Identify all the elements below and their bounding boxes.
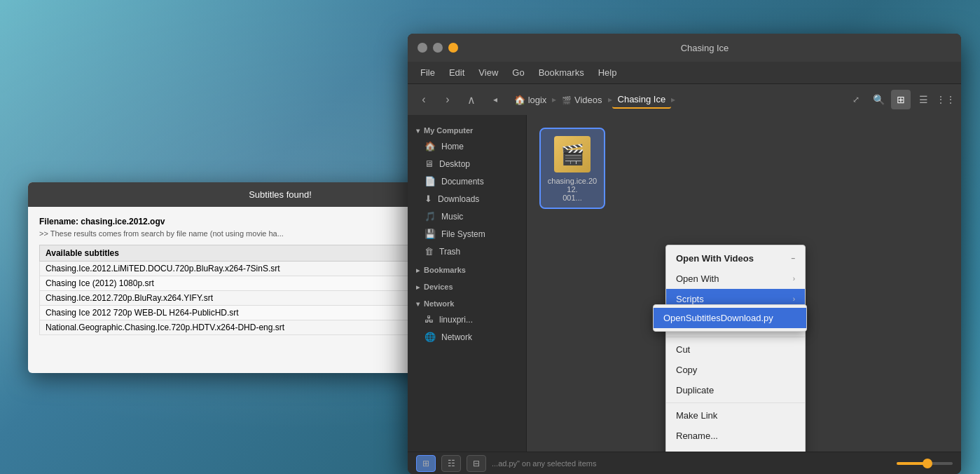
sm-label: OpenSubtitlesDownload.py xyxy=(663,313,773,323)
status-bar: ⊞ ☷ ⊟ ...ad.py" on any selected items xyxy=(408,452,961,474)
sidebar-section-mycomputer[interactable]: ▾ My Computer xyxy=(408,121,526,137)
cm-label: Rename... xyxy=(676,431,718,441)
menu-file[interactable]: File xyxy=(413,65,442,81)
sidebar-item-music[interactable]: 🎵 Music xyxy=(410,208,523,225)
cm-label: Make Link xyxy=(676,410,717,421)
back-button[interactable]: ‹ xyxy=(413,89,434,110)
cm-copy-to[interactable]: Copy to › xyxy=(666,446,805,452)
sidebar-item-downloads[interactable]: ⬇ Downloads xyxy=(410,190,523,208)
cm-cut[interactable]: Cut xyxy=(666,339,805,360)
sidebar-item-desktop[interactable]: 🖥 Desktop xyxy=(410,155,523,172)
file-thumbnail xyxy=(553,135,592,174)
home-icon: 🏠 xyxy=(514,95,525,105)
sidebar-item-home[interactable]: 🏠 Home xyxy=(410,137,523,155)
menu-go[interactable]: Go xyxy=(505,65,531,81)
sidebar-item-documents[interactable]: 📄 Documents xyxy=(410,172,523,190)
cm-rename[interactable]: Rename... xyxy=(666,426,805,446)
cm-copy[interactable]: Copy xyxy=(666,360,805,380)
chevron-right-icon: › xyxy=(793,275,795,283)
breadcrumb-videos[interactable]: 🎬 Videos xyxy=(556,92,607,108)
sidebar-item-trash[interactable]: 🗑 Trash xyxy=(410,243,523,260)
menu-edit[interactable]: Edit xyxy=(442,65,471,81)
chevron-right-scripts-icon: › xyxy=(793,295,795,303)
close-button[interactable] xyxy=(448,43,458,53)
minimize-button[interactable] xyxy=(417,43,427,53)
cm-sep-3 xyxy=(666,402,805,403)
breadcrumb: 🏠 logix ▸ 🎬 Videos ▸ Chasing Ice ▸ xyxy=(509,91,843,109)
sidebar-item-network[interactable]: 🌐 Network xyxy=(410,328,523,346)
network-host-icon: 🖧 xyxy=(425,314,434,325)
cm-label: Scripts xyxy=(676,294,704,304)
cm-label: Open With xyxy=(676,273,719,284)
grid-view-button[interactable]: ⊞ xyxy=(891,90,911,109)
cm-duplicate[interactable]: Duplicate xyxy=(666,380,805,400)
menubar: File Edit View Go Bookmarks Help xyxy=(408,62,961,84)
cm-sep-2 xyxy=(666,337,805,337)
expand-arrow-bookmarks-icon: ▸ xyxy=(416,266,420,274)
sidebar-item-linuxpri[interactable]: 🖧 linuxpri... xyxy=(410,311,523,328)
menu-help[interactable]: Help xyxy=(591,65,624,81)
breadcrumb-current[interactable]: Chasing Ice xyxy=(612,91,672,109)
filesystem-icon: 💾 xyxy=(425,229,436,239)
home-icon: 🏠 xyxy=(425,141,436,151)
status-compact-button[interactable]: ⊟ xyxy=(467,455,486,472)
breadcrumb-sep-3: ▸ xyxy=(671,95,675,104)
network-icon: 🌐 xyxy=(425,332,436,342)
slider-thumb[interactable] xyxy=(923,459,932,468)
documents-icon: 📄 xyxy=(425,176,436,187)
expand-arrow-icon: ▾ xyxy=(416,127,420,135)
expand-arrow-devices-icon: ▸ xyxy=(416,283,420,291)
maximize-button[interactable] xyxy=(433,43,443,53)
desktop-icon: 🖥 xyxy=(425,158,434,169)
sidebar-section-bookmarks[interactable]: ▸ Bookmarks xyxy=(408,260,526,277)
video-file-icon xyxy=(554,136,591,172)
cm-label: Copy to xyxy=(676,451,708,452)
file-manager-window: Chasing Ice File Edit View Go Bookmarks … xyxy=(408,34,961,474)
slider-track xyxy=(897,462,953,465)
cm-label: Copy xyxy=(676,365,697,375)
cm-label: Duplicate xyxy=(676,385,714,395)
up-button[interactable]: ∧ xyxy=(461,89,482,110)
sidebar-section-network[interactable]: ▾ Network xyxy=(408,294,526,311)
sm-opensubtitles[interactable]: OpenSubtitlesDownload.py xyxy=(654,308,806,328)
zoom-slider[interactable] xyxy=(897,462,953,465)
zoom-button[interactable]: ⤢ xyxy=(846,90,866,109)
list-view-button[interactable]: ☰ xyxy=(913,90,933,109)
window-controls xyxy=(417,43,458,53)
file-name-label: chasing.ice.2012.001... xyxy=(546,177,598,202)
search-button[interactable]: 🔍 xyxy=(869,90,888,109)
titlebar: Chasing Ice xyxy=(408,34,961,62)
forward-button[interactable]: › xyxy=(437,89,458,110)
sidebar-item-filesystem[interactable]: 💾 File System xyxy=(410,225,523,243)
nav-prev-button[interactable]: ◂ xyxy=(485,89,506,110)
menu-view[interactable]: View xyxy=(471,65,505,81)
cm-open-with-videos[interactable]: Open With Videos – xyxy=(666,248,805,269)
folder-icon: 🎬 xyxy=(562,96,572,104)
breadcrumb-sep-2: ▸ xyxy=(608,95,612,104)
file-item-chasing-ice[interactable]: chasing.ice.2012.001... xyxy=(541,129,604,208)
status-grid-button[interactable]: ⊞ xyxy=(416,455,436,472)
sidebar: ▾ My Computer 🏠 Home 🖥 Desktop 📄 Documen… xyxy=(408,115,527,452)
music-icon: 🎵 xyxy=(425,211,436,222)
main-content: ▾ My Computer 🏠 Home 🖥 Desktop 📄 Documen… xyxy=(408,115,961,452)
window-title: Chasing Ice xyxy=(458,43,951,53)
compact-view-button[interactable]: ⋮⋮ xyxy=(936,90,955,109)
scripts-submenu: OpenSubtitlesDownload.py xyxy=(653,304,807,332)
downloads-icon: ⬇ xyxy=(425,194,432,204)
sidebar-section-devices[interactable]: ▸ Devices xyxy=(408,277,526,294)
menu-bookmarks[interactable]: Bookmarks xyxy=(532,65,591,81)
expand-arrow-network-icon: ▾ xyxy=(416,300,420,308)
cm-make-link[interactable]: Make Link xyxy=(666,405,805,426)
toolbar: ‹ › ∧ ◂ 🏠 logix ▸ 🎬 Videos ▸ Chasing Ice… xyxy=(408,84,961,115)
cm-label: Open With Videos xyxy=(676,253,754,264)
table-header-name: Available subtitles xyxy=(40,245,417,262)
file-grid: chasing.ice.2012.001... Open With Videos… xyxy=(527,115,961,452)
cm-dash-icon: – xyxy=(791,255,795,262)
context-menu: Open With Videos – Open With › Scripts ›… xyxy=(665,245,806,452)
trash-icon: 🗑 xyxy=(425,246,434,257)
status-list-button[interactable]: ☷ xyxy=(441,455,461,472)
cm-open-with[interactable]: Open With › xyxy=(666,269,805,289)
breadcrumb-home[interactable]: 🏠 logix xyxy=(509,92,552,108)
cm-label: Cut xyxy=(676,344,690,355)
status-text: ...ad.py" on any selected items xyxy=(492,459,891,468)
